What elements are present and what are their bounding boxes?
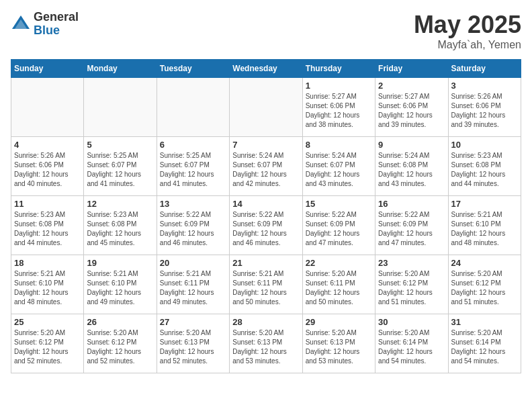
calendar-day-cell: 15Sunrise: 5:22 AM Sunset: 6:09 PM Dayli… bbox=[302, 196, 375, 255]
calendar-day-cell: 12Sunrise: 5:23 AM Sunset: 6:08 PM Dayli… bbox=[84, 196, 157, 255]
day-number: 28 bbox=[232, 317, 299, 327]
day-info: Sunrise: 5:21 AM Sunset: 6:10 PM Dayligh… bbox=[451, 210, 518, 248]
day-info: Sunrise: 5:20 AM Sunset: 6:14 PM Dayligh… bbox=[378, 328, 445, 366]
calendar-day-cell: 21Sunrise: 5:21 AM Sunset: 6:11 PM Dayli… bbox=[230, 255, 302, 314]
day-info: Sunrise: 5:20 AM Sunset: 6:12 PM Dayligh… bbox=[87, 328, 153, 366]
day-number: 13 bbox=[160, 199, 226, 209]
day-number: 25 bbox=[14, 317, 81, 327]
calendar-location: Mayfa`ah, Yemen bbox=[414, 39, 521, 51]
calendar-week-row: 11Sunrise: 5:23 AM Sunset: 6:08 PM Dayli… bbox=[11, 196, 521, 255]
calendar-day-cell: 28Sunrise: 5:20 AM Sunset: 6:13 PM Dayli… bbox=[230, 314, 302, 373]
day-number: 19 bbox=[87, 258, 153, 268]
logo-general-text: General bbox=[34, 11, 79, 24]
day-number: 20 bbox=[160, 258, 226, 268]
logo-blue-text: Blue bbox=[34, 24, 79, 38]
calendar-day-cell: 6Sunrise: 5:25 AM Sunset: 6:07 PM Daylig… bbox=[157, 137, 229, 196]
calendar-day-cell: 25Sunrise: 5:20 AM Sunset: 6:12 PM Dayli… bbox=[11, 314, 84, 373]
day-number: 16 bbox=[378, 199, 445, 209]
calendar-day-cell: 17Sunrise: 5:21 AM Sunset: 6:10 PM Dayli… bbox=[448, 196, 521, 255]
day-number: 29 bbox=[306, 317, 372, 327]
calendar-week-row: 1Sunrise: 5:27 AM Sunset: 6:06 PM Daylig… bbox=[11, 78, 521, 137]
day-info: Sunrise: 5:20 AM Sunset: 6:12 PM Dayligh… bbox=[378, 269, 445, 307]
day-of-week-header: Monday bbox=[84, 60, 157, 78]
day-info: Sunrise: 5:24 AM Sunset: 6:07 PM Dayligh… bbox=[232, 151, 299, 189]
calendar-day-cell: 7Sunrise: 5:24 AM Sunset: 6:07 PM Daylig… bbox=[230, 137, 302, 196]
calendar-day-cell: 8Sunrise: 5:24 AM Sunset: 6:07 PM Daylig… bbox=[302, 137, 375, 196]
day-info: Sunrise: 5:20 AM Sunset: 6:13 PM Dayligh… bbox=[306, 328, 372, 366]
calendar-day-cell: 22Sunrise: 5:20 AM Sunset: 6:11 PM Dayli… bbox=[302, 255, 375, 314]
calendar-day-cell: 18Sunrise: 5:21 AM Sunset: 6:10 PM Dayli… bbox=[11, 255, 84, 314]
day-info: Sunrise: 5:20 AM Sunset: 6:13 PM Dayligh… bbox=[160, 328, 226, 366]
calendar-header-row: SundayMondayTuesdayWednesdayThursdayFrid… bbox=[11, 60, 521, 78]
calendar-day-cell: 24Sunrise: 5:20 AM Sunset: 6:12 PM Dayli… bbox=[448, 255, 521, 314]
day-of-week-header: Thursday bbox=[302, 60, 375, 78]
day-number: 11 bbox=[14, 199, 81, 209]
title-block: May 2025 Mayfa`ah, Yemen bbox=[414, 11, 521, 51]
calendar-week-row: 25Sunrise: 5:20 AM Sunset: 6:12 PM Dayli… bbox=[11, 314, 521, 373]
day-info: Sunrise: 5:27 AM Sunset: 6:06 PM Dayligh… bbox=[306, 92, 372, 130]
day-info: Sunrise: 5:26 AM Sunset: 6:06 PM Dayligh… bbox=[451, 92, 518, 130]
calendar-day-cell: 26Sunrise: 5:20 AM Sunset: 6:12 PM Dayli… bbox=[84, 314, 157, 373]
calendar-day-cell: 11Sunrise: 5:23 AM Sunset: 6:08 PM Dayli… bbox=[11, 196, 84, 255]
day-number: 8 bbox=[306, 140, 372, 150]
day-info: Sunrise: 5:22 AM Sunset: 6:09 PM Dayligh… bbox=[378, 210, 445, 248]
day-number: 15 bbox=[306, 199, 372, 209]
day-info: Sunrise: 5:22 AM Sunset: 6:09 PM Dayligh… bbox=[306, 210, 372, 248]
day-number: 14 bbox=[232, 199, 299, 209]
day-of-week-header: Sunday bbox=[11, 60, 84, 78]
day-number: 12 bbox=[87, 199, 153, 209]
calendar-day-cell: 10Sunrise: 5:23 AM Sunset: 6:08 PM Dayli… bbox=[448, 137, 521, 196]
day-of-week-header: Wednesday bbox=[230, 60, 302, 78]
calendar-title: May 2025 bbox=[414, 11, 521, 39]
calendar-week-row: 18Sunrise: 5:21 AM Sunset: 6:10 PM Dayli… bbox=[11, 255, 521, 314]
logo: General Blue bbox=[11, 11, 79, 38]
day-number: 6 bbox=[160, 140, 226, 150]
day-of-week-header: Friday bbox=[375, 60, 448, 78]
calendar-day-cell bbox=[84, 78, 157, 137]
day-number: 1 bbox=[306, 81, 372, 91]
day-of-week-header: Saturday bbox=[448, 60, 521, 78]
day-info: Sunrise: 5:23 AM Sunset: 6:08 PM Dayligh… bbox=[451, 151, 518, 189]
calendar-day-cell: 27Sunrise: 5:20 AM Sunset: 6:13 PM Dayli… bbox=[157, 314, 229, 373]
calendar-day-cell: 20Sunrise: 5:21 AM Sunset: 6:11 PM Dayli… bbox=[157, 255, 229, 314]
day-info: Sunrise: 5:20 AM Sunset: 6:12 PM Dayligh… bbox=[14, 328, 81, 366]
day-number: 10 bbox=[451, 140, 518, 150]
calendar-day-cell: 31Sunrise: 5:20 AM Sunset: 6:14 PM Dayli… bbox=[448, 314, 521, 373]
day-info: Sunrise: 5:20 AM Sunset: 6:12 PM Dayligh… bbox=[451, 269, 518, 307]
day-info: Sunrise: 5:23 AM Sunset: 6:08 PM Dayligh… bbox=[14, 210, 81, 248]
day-number: 27 bbox=[160, 317, 226, 327]
day-number: 2 bbox=[378, 81, 445, 91]
calendar-day-cell: 23Sunrise: 5:20 AM Sunset: 6:12 PM Dayli… bbox=[375, 255, 448, 314]
day-number: 17 bbox=[451, 199, 518, 209]
calendar-day-cell: 5Sunrise: 5:25 AM Sunset: 6:07 PM Daylig… bbox=[84, 137, 157, 196]
day-info: Sunrise: 5:26 AM Sunset: 6:06 PM Dayligh… bbox=[14, 151, 81, 189]
calendar-week-row: 4Sunrise: 5:26 AM Sunset: 6:06 PM Daylig… bbox=[11, 137, 521, 196]
calendar-day-cell: 29Sunrise: 5:20 AM Sunset: 6:13 PM Dayli… bbox=[302, 314, 375, 373]
day-number: 7 bbox=[232, 140, 299, 150]
calendar-day-cell bbox=[157, 78, 229, 137]
calendar-day-cell: 19Sunrise: 5:21 AM Sunset: 6:10 PM Dayli… bbox=[84, 255, 157, 314]
day-number: 24 bbox=[451, 258, 518, 268]
day-info: Sunrise: 5:20 AM Sunset: 6:11 PM Dayligh… bbox=[306, 269, 372, 307]
day-number: 26 bbox=[87, 317, 153, 327]
day-info: Sunrise: 5:21 AM Sunset: 6:10 PM Dayligh… bbox=[14, 269, 81, 307]
calendar-day-cell: 13Sunrise: 5:22 AM Sunset: 6:09 PM Dayli… bbox=[157, 196, 229, 255]
day-number: 23 bbox=[378, 258, 445, 268]
day-info: Sunrise: 5:24 AM Sunset: 6:08 PM Dayligh… bbox=[378, 151, 445, 189]
day-number: 9 bbox=[378, 140, 445, 150]
day-number: 31 bbox=[451, 317, 518, 327]
calendar-day-cell: 4Sunrise: 5:26 AM Sunset: 6:06 PM Daylig… bbox=[11, 137, 84, 196]
day-info: Sunrise: 5:21 AM Sunset: 6:10 PM Dayligh… bbox=[87, 269, 153, 307]
logo-text: General Blue bbox=[34, 11, 79, 38]
day-number: 30 bbox=[378, 317, 445, 327]
day-info: Sunrise: 5:27 AM Sunset: 6:06 PM Dayligh… bbox=[378, 92, 445, 130]
day-info: Sunrise: 5:21 AM Sunset: 6:11 PM Dayligh… bbox=[160, 269, 226, 307]
day-info: Sunrise: 5:23 AM Sunset: 6:08 PM Dayligh… bbox=[87, 210, 153, 248]
day-info: Sunrise: 5:20 AM Sunset: 6:13 PM Dayligh… bbox=[232, 328, 299, 366]
day-number: 4 bbox=[14, 140, 81, 150]
day-info: Sunrise: 5:22 AM Sunset: 6:09 PM Dayligh… bbox=[232, 210, 299, 248]
calendar-day-cell bbox=[11, 78, 84, 137]
day-number: 5 bbox=[87, 140, 153, 150]
day-of-week-header: Tuesday bbox=[157, 60, 229, 78]
day-number: 18 bbox=[14, 258, 81, 268]
